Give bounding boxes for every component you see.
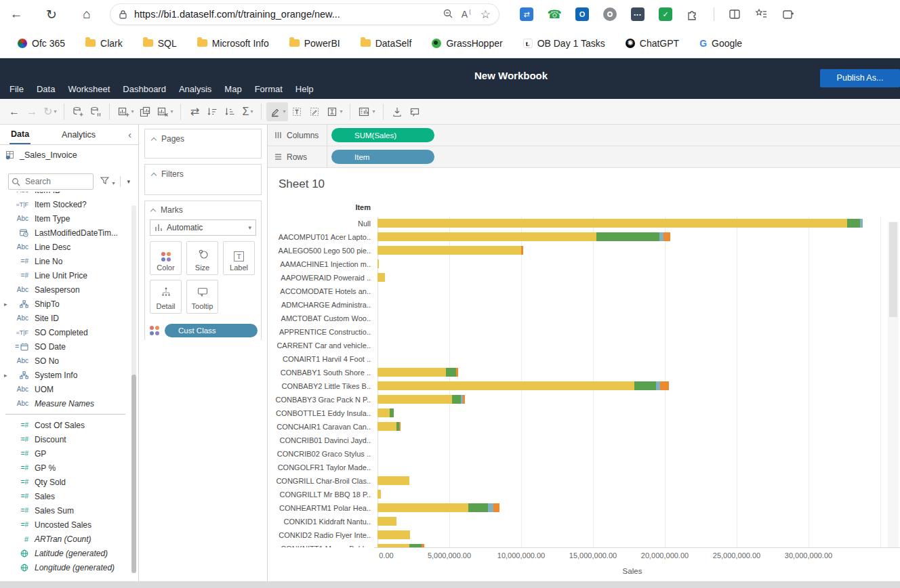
camera-app-icon[interactable] [603,7,617,21]
field-filter-icon[interactable]: ▾ [100,175,115,188]
expander-icon[interactable]: ▸ [4,372,7,379]
chart-scrollbar[interactable] [888,222,899,547]
fit-axes-button[interactable]: ▾ [323,102,345,121]
row-label[interactable]: CONHEARTM1 Polar Hea.. [268,501,374,515]
field-measure-names[interactable]: AbcMeasure Names [0,396,131,411]
bookmark-google[interactable]: GGoogle [699,38,742,49]
field-sales-sum[interactable]: =#Sales Sum [0,503,131,518]
field-uncosted-sales[interactable]: =#Uncosted Sales [0,518,131,532]
extensions-puzzle-icon[interactable] [687,8,699,21]
color-button[interactable]: Color [150,241,182,275]
cust-class-pill[interactable]: Cust Class [165,324,258,337]
phone-icon[interactable]: ☎ [548,7,561,21]
bookmark-dataself[interactable]: DataSelf [361,38,412,49]
field-item-stocked-[interactable]: =T|FItem Stocked? [0,197,131,211]
bar-segment[interactable] [377,259,379,268]
field-line-no[interactable]: =#Line No [0,254,131,268]
menu-file[interactable]: File [9,84,24,94]
bookmark-powerbi[interactable]: PowerBI [289,38,340,49]
undo-button[interactable]: ← [5,102,23,121]
menu-dashboard[interactable]: Dashboard [123,84,166,94]
field-lastmodifieddatetim-[interactable]: LastModifiedDateTim... [0,226,131,240]
bar-segment[interactable] [399,422,401,431]
x-axis-title[interactable]: Sales [612,567,653,575]
horizontal-scrollbar[interactable] [0,581,900,588]
bar-segment[interactable] [390,408,394,417]
row-label[interactable]: AMCTOBAT Custom Woo.. [268,312,374,325]
field-item-id[interactable]: AbcItem ID [0,192,131,197]
field-uom[interactable]: AbcUOM [0,382,131,396]
collapse-pane-icon[interactable]: ‹ [128,129,131,140]
bookmark-ob-day-1-tasks[interactable]: t.OB Day 1 Tasks [523,38,605,49]
row-label[interactable]: CONGRILL Char-Broil Clas.. [268,474,374,488]
row-label[interactable]: AAMACHINE1 Injection m.. [268,257,374,271]
row-label[interactable]: CONKNITT1 Mecca Bubb.. [268,542,374,547]
field-discount[interactable]: =#Discount [0,432,131,446]
bar-segment[interactable] [377,395,452,404]
bar-segment[interactable] [377,490,381,499]
search-input[interactable] [8,173,94,190]
field-so-completed[interactable]: =T|FSO Completed [0,325,131,339]
row-label[interactable]: AACOMPUT01 Acer Lapto.. [268,230,374,244]
menu-worksheet[interactable]: Worksheet [68,84,110,94]
field-shipto[interactable]: ▸ShipTo [0,297,131,311]
bookmark-ofc-365[interactable]: Ofc 365 [18,38,65,49]
tab-data[interactable]: Data [9,125,30,144]
pause-auto-updates-button[interactable] [87,102,104,121]
label-button[interactable]: TLabel [223,241,255,275]
field-gp-[interactable]: =#GP % [0,461,131,475]
sort-ascending-button[interactable] [203,102,221,121]
mark-type-dropdown[interactable]: Automatic ▾ [150,219,256,236]
field-line-desc[interactable]: AbcLine Desc [0,240,131,254]
replay-button[interactable]: ↻▾ [41,102,59,121]
bar-segment[interactable] [377,503,468,512]
home-icon[interactable]: ⌂ [79,7,95,22]
bar-segment[interactable] [377,517,396,526]
bar-segment[interactable] [860,219,863,228]
split-screen-icon[interactable] [729,8,741,20]
presentation-mode-button[interactable] [406,102,424,121]
bar-segment[interactable] [847,219,860,228]
field-gp[interactable]: =#GP [0,446,131,461]
datasource-item[interactable]: _Sales_Invoice [5,150,77,160]
row-label[interactable]: CONKID2 Radio Flyer Inte.. [268,528,374,542]
back-icon[interactable]: ← [8,7,24,22]
filters-card[interactable]: Filters [144,164,262,195]
format-workbook-button[interactable] [306,102,323,121]
field-artran-count-[interactable]: #ARTran (Count) [0,532,131,546]
field-item-type[interactable]: AbcItem Type [0,211,131,226]
row-field-header[interactable]: Item [268,203,374,211]
expander-icon[interactable]: ▸ [4,301,7,308]
sheet-title[interactable]: Sheet 10 [279,177,325,191]
chart-plot-area[interactable]: NullAACOMPUT01 Acer Lapto..AALEGO500 Leg… [268,217,900,547]
bookmark-chatgpt[interactable]: ✺ChatGPT [626,38,679,49]
row-label[interactable]: ACCOMODATE Hotels an.. [268,285,374,298]
bar-segment[interactable] [463,395,465,404]
bar-segment[interactable] [521,246,523,255]
fields-scrollbar[interactable] [131,205,136,573]
bar-segment[interactable] [377,408,390,417]
publish-button[interactable]: Publish As... [820,69,900,87]
field-qty-sold[interactable]: =#Qty Sold [0,475,131,489]
new-data-source-button[interactable] [69,102,87,121]
bookmark-clark[interactable]: Clark [85,38,123,49]
field-so-no[interactable]: AbcSO No [0,354,131,368]
columns-shelf[interactable]: Columns SUM(Sales) [268,125,900,146]
clear-sheet-button[interactable]: ▾ [154,102,176,121]
item-pill[interactable]: Item [331,150,434,164]
row-label[interactable]: CONCRIB02 Graco Stylus .. [268,447,374,461]
collections-icon[interactable] [755,8,768,20]
detail-button[interactable]: Detail [150,280,182,314]
bar-segment[interactable] [468,503,488,512]
menu-analysis[interactable]: Analysis [179,84,211,94]
bar-segment[interactable] [456,368,458,377]
bar-segment[interactable] [377,219,847,228]
row-label[interactable]: CONKID1 Kiddraft Nantu.. [268,515,374,528]
sum-sales-pill[interactable]: SUM(Sales) [331,128,434,142]
remote-desktop-icon[interactable]: ⇄ [520,7,533,21]
field-salesperson[interactable]: AbcSalesperson [0,282,131,297]
bar-segment[interactable] [634,381,656,390]
bar-segment[interactable] [377,368,446,377]
show-me-button[interactable]: ▾ [355,102,377,121]
bar-segment[interactable] [488,503,493,512]
